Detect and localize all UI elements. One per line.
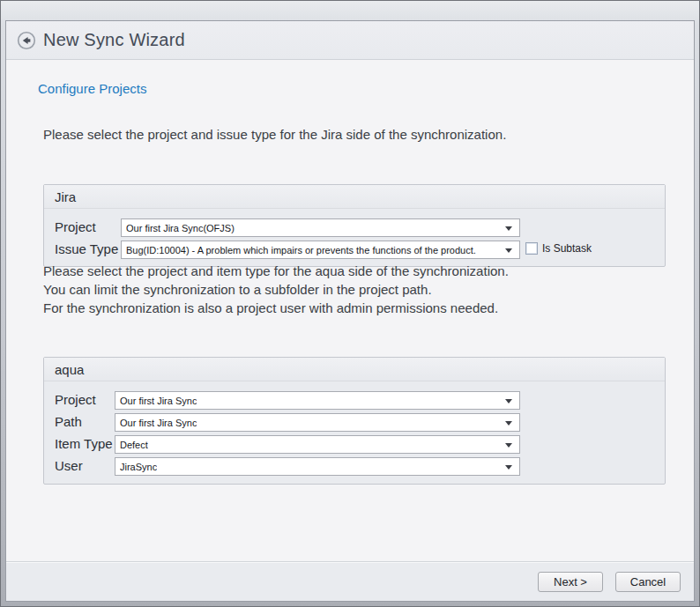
jira-instruction-text: Please select the project and issue type… [43,125,506,144]
back-button[interactable] [17,31,36,50]
chevron-down-icon [505,443,512,448]
aqua-user-label: User [55,458,83,473]
jira-issue-type-row: Issue Type Bug(ID:10004) - A problem whi… [44,241,665,259]
wizard-content: Configure Projects Please select the pro… [6,60,694,561]
aqua-path-label: Path [55,414,82,429]
window-title: New Sync Wizard [43,30,185,50]
jira-issue-type-dropdown[interactable]: Bug(ID:10004) - A problem which impairs … [121,241,520,259]
aqua-user-row: User JiraSync [44,457,665,476]
chevron-down-icon [505,248,512,253]
jira-project-value: Our first Jira Sync(OFJS) [126,223,235,233]
checkbox-icon [525,242,538,255]
back-arrow-icon [17,31,36,50]
aqua-project-row: Project Our first Jira Sync [44,391,665,410]
page-title: Configure Projects [38,81,146,96]
chevron-down-icon [505,226,512,231]
jira-groupbox-title: Jira [55,189,76,204]
aqua-item-type-value: Defect [120,440,148,450]
aqua-item-type-row: Item Type Defect [44,435,665,454]
jira-issue-type-label: Issue Type [55,241,118,256]
aqua-path-value: Our first Jira Sync [120,418,197,428]
jira-project-row: Project Our first Jira Sync(OFJS) [44,218,665,237]
jira-issue-type-value: Bug(ID:10004) - A problem which impairs … [126,245,476,255]
new-sync-wizard-window: New Sync Wizard Configure Projects Pleas… [0,0,700,607]
aqua-user-dropdown[interactable]: JiraSync [115,457,520,476]
aqua-item-type-dropdown[interactable]: Defect [115,435,520,454]
is-subtask-label: Is Subtask [542,242,592,255]
aqua-instruction-line-2: You can limit the synchronization to a s… [43,280,509,299]
aqua-project-dropdown[interactable]: Our first Jira Sync [115,391,520,410]
jira-groupbox-header: Jira [44,185,665,209]
wizard-panel: New Sync Wizard Configure Projects Pleas… [5,20,695,602]
chevron-down-icon [505,421,512,426]
jira-project-label: Project [55,219,96,234]
aqua-user-value: JiraSync [120,462,157,472]
chevron-down-icon [505,399,512,403]
aqua-project-label: Project [55,392,96,407]
aqua-item-type-label: Item Type [55,436,113,451]
aqua-groupbox-title: aqua [55,362,84,377]
jira-project-dropdown[interactable]: Our first Jira Sync(OFJS) [121,218,520,237]
aqua-path-row: Path Our first Jira Sync [44,413,665,432]
cancel-button[interactable]: Cancel [615,572,681,592]
aqua-instruction-line-3: For the synchronization is also a projec… [43,299,509,317]
wizard-footer: Next > Cancel [6,561,694,601]
is-subtask-checkbox[interactable]: Is Subtask [525,242,592,255]
aqua-groupbox-header: aqua [44,358,665,381]
aqua-groupbox: aqua Project Our first Jira Sync Path Ou… [43,357,666,485]
chevron-down-icon [505,465,512,470]
aqua-project-value: Our first Jira Sync [120,396,197,406]
aqua-instruction-line-1: Please select the project and item type … [43,262,509,280]
aqua-instruction-text: Please select the project and item type … [43,262,509,317]
jira-groupbox: Jira Project Our first Jira Sync(OFJS) I… [43,184,666,267]
wizard-header: New Sync Wizard [6,21,694,60]
aqua-path-dropdown[interactable]: Our first Jira Sync [115,413,520,432]
next-button[interactable]: Next > [538,572,603,592]
